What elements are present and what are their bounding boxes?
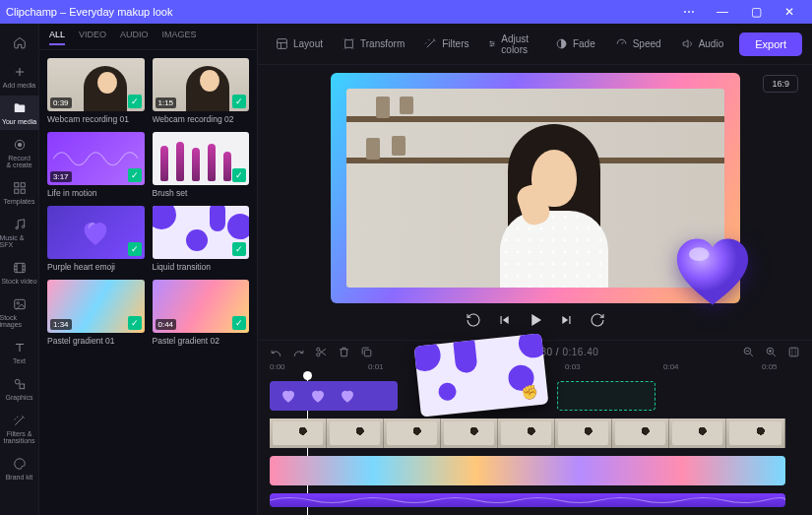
image-icon (13, 297, 27, 311)
media-thumb: 1:15 (153, 58, 250, 111)
svg-rect-4 (14, 189, 18, 193)
shapes-icon (13, 377, 27, 391)
rail-add-media[interactable]: Add media (0, 59, 39, 94)
film-icon (13, 261, 27, 275)
rail-graphics[interactable]: Graphics (0, 371, 39, 406)
rail-brand-kit[interactable]: Brand kit (0, 451, 39, 485)
rail-home[interactable] (0, 30, 39, 57)
media-duration: 0:44 (156, 319, 177, 330)
rail-templates[interactable]: Templates (0, 175, 39, 210)
svg-point-1 (18, 143, 22, 147)
folder-icon (13, 101, 27, 115)
speed-icon (615, 37, 628, 50)
svg-rect-13 (278, 39, 287, 49)
svg-rect-8 (14, 263, 25, 272)
rail-stock-video[interactable]: Stock video (0, 255, 39, 290)
tool-transform[interactable]: Transform (335, 32, 412, 55)
zoom-out-button[interactable] (742, 346, 755, 358)
redo-button[interactable] (292, 346, 305, 358)
window-close-button[interactable]: ✕ (773, 5, 806, 19)
project-name: Everyday makup look (69, 6, 172, 18)
rail-record[interactable]: Record & create (0, 132, 39, 173)
media-tab-all[interactable]: ALL (49, 30, 65, 45)
fade-icon (555, 37, 568, 50)
aspect-ratio-selector[interactable]: 16:9 (763, 75, 798, 93)
prev-frame-button[interactable] (497, 313, 511, 327)
media-label: Purple heart emoji (47, 262, 145, 272)
rail-stock-images[interactable]: Stock images (0, 291, 39, 333)
rail-music[interactable]: Music & SFX (0, 212, 39, 253)
tool-adjust-colors[interactable]: Adjust colors (480, 29, 542, 60)
track-audio[interactable] (270, 491, 800, 509)
seek-back-button[interactable] (466, 312, 481, 328)
duplicate-button[interactable] (360, 346, 373, 358)
left-rail: Add media Your media Record & create Tem… (0, 24, 39, 515)
check-icon (232, 316, 246, 330)
delete-button[interactable] (338, 346, 350, 358)
window-maximize-button[interactable]: ▢ (739, 5, 773, 19)
media-tab-audio[interactable]: AUDIO (120, 30, 149, 45)
media-duration: 0:39 (50, 97, 72, 108)
media-item[interactable]: 1:34 Pastel gradient 01 (47, 280, 145, 346)
media-label: Webcam recording 02 (153, 114, 250, 124)
clip-gradient[interactable] (270, 456, 785, 485)
check-icon (232, 168, 246, 182)
check-icon (128, 316, 142, 330)
media-duration: 1:15 (156, 97, 177, 108)
media-tab-images[interactable]: IMAGES (162, 30, 197, 45)
media-item[interactable]: 3:17 Life in motion (47, 132, 145, 198)
media-tab-video[interactable]: VIDEO (79, 30, 106, 45)
next-frame-button[interactable] (560, 313, 574, 327)
undo-button[interactable] (270, 346, 282, 358)
rail-your-media[interactable]: Your media (0, 96, 39, 130)
heart-icon (280, 387, 297, 405)
playback-controls (466, 303, 605, 335)
text-icon (13, 341, 27, 354)
clip-video[interactable] (270, 418, 785, 448)
check-icon (128, 95, 142, 108)
media-item[interactable]: Liquid transition (153, 206, 250, 272)
media-grid: 0:39 Webcam recording 01 1:15 Webcam rec… (39, 50, 257, 515)
media-thumb: 1:34 (47, 280, 145, 333)
clip-audio[interactable] (270, 493, 785, 507)
seek-forward-button[interactable] (590, 312, 605, 328)
media-item[interactable]: 1:15 Webcam recording 02 (153, 58, 250, 124)
rail-text[interactable]: Text (0, 335, 39, 369)
media-label: Brush set (153, 188, 250, 198)
export-button[interactable]: Export (739, 32, 802, 56)
dragging-clip-liquid[interactable] (414, 333, 549, 417)
window-minimize-button[interactable]: — (706, 5, 739, 19)
media-item[interactable]: 0:44 Pastel gradient 02 (153, 280, 250, 346)
media-item[interactable]: 0:39 Webcam recording 01 (47, 58, 145, 124)
tool-audio[interactable]: Audio (673, 32, 732, 55)
music-icon (13, 218, 27, 231)
play-button[interactable] (527, 311, 544, 329)
media-item[interactable]: Purple heart emoji (47, 206, 145, 272)
clip-heart[interactable] (270, 381, 398, 411)
tool-layout[interactable]: Layout (268, 32, 331, 55)
clip-toolbar: Layout Transform Filters Adjust colors F… (258, 24, 812, 65)
tool-speed[interactable]: Speed (607, 32, 669, 55)
window-menu-button[interactable]: ⋯ (672, 5, 706, 19)
rail-filters[interactable]: Filters & transitions (0, 408, 39, 449)
tool-filters[interactable]: Filters (416, 32, 476, 55)
media-item[interactable]: Brush set (153, 132, 250, 198)
preview-canvas[interactable] (331, 73, 740, 303)
split-button[interactable] (315, 346, 328, 358)
media-label: Liquid transition (153, 262, 250, 272)
zoom-fit-button[interactable] (787, 346, 800, 358)
tool-fade[interactable]: Fade (547, 32, 603, 55)
drop-target[interactable] (557, 381, 656, 411)
wand-icon (13, 414, 27, 427)
svg-rect-25 (789, 348, 798, 356)
speaker-icon (681, 37, 694, 50)
media-label: Pastel gradient 01 (47, 336, 145, 346)
track-video[interactable] (270, 417, 800, 450)
track-background[interactable] (270, 454, 800, 487)
heart-sticker[interactable] (667, 230, 758, 315)
track-sticker[interactable] (270, 379, 800, 413)
zoom-in-button[interactable] (765, 346, 778, 358)
svg-rect-2 (14, 183, 18, 187)
plus-icon (13, 65, 27, 79)
media-thumb (47, 206, 145, 259)
